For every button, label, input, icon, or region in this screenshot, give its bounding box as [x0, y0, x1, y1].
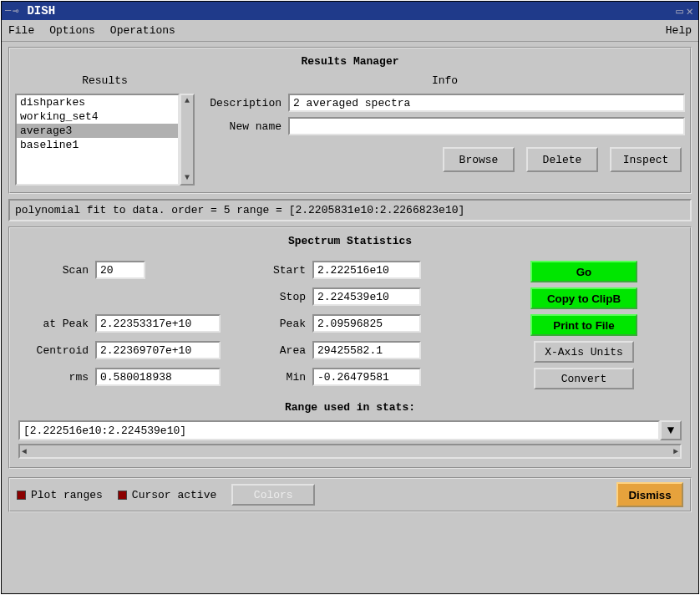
results-manager-panel: Results Manager Results dishparkes worki…: [8, 47, 692, 194]
window-title: DISH: [22, 4, 55, 18]
status-bar: polynomial fit to data. order = 5 range …: [8, 199, 692, 221]
dismiss-button[interactable]: Dismiss: [616, 482, 683, 507]
results-scrollbar[interactable]: ▲ ▼: [180, 94, 195, 186]
go-button[interactable]: Go: [530, 261, 637, 282]
plot-ranges-label: Plot ranges: [31, 489, 103, 501]
delete-button[interactable]: Delete: [526, 147, 598, 172]
centroid-input[interactable]: [95, 341, 221, 359]
start-label: Start: [256, 264, 312, 277]
area-label: Area: [256, 344, 312, 357]
scroll-right-icon[interactable]: ►: [673, 447, 678, 456]
description-input[interactable]: [288, 94, 685, 112]
range-title: Range used in stats:: [13, 401, 687, 414]
list-item[interactable]: working_set4: [17, 109, 178, 124]
cursor-active-label: Cursor active: [132, 489, 216, 501]
range-hscrollbar[interactable]: ◄ ►: [18, 444, 682, 459]
cursor-active-checkbox[interactable]: Cursor active: [118, 489, 216, 501]
chevron-down-icon: ▼: [667, 424, 674, 437]
scan-input[interactable]: [95, 261, 145, 279]
rms-input[interactable]: [95, 368, 221, 386]
inspect-button[interactable]: Inspect: [610, 147, 682, 172]
scan-label: Scan: [13, 264, 95, 277]
results-manager-title: Results Manager: [15, 52, 685, 74]
scroll-down-icon[interactable]: ▼: [185, 172, 190, 184]
newname-input[interactable]: [288, 117, 685, 135]
checkbox-icon: [118, 491, 127, 500]
menu-options[interactable]: Options: [49, 24, 95, 37]
range-input[interactable]: [18, 420, 660, 440]
scroll-left-icon[interactable]: ◄: [22, 447, 27, 456]
at-peak-input[interactable]: [95, 314, 221, 333]
menu-file[interactable]: File: [8, 24, 34, 37]
peak-label: Peak: [256, 318, 312, 330]
description-label: Description: [205, 97, 288, 109]
range-dropdown-button[interactable]: ▼: [660, 420, 682, 440]
start-input[interactable]: [312, 261, 421, 279]
print-file-button[interactable]: Print to File: [530, 314, 637, 336]
menubar: File Options Operations Help: [2, 20, 698, 42]
info-label: Info: [205, 74, 685, 94]
checkbox-icon: [17, 491, 26, 500]
rms-label: rms: [13, 371, 95, 384]
stop-label: Stop: [256, 291, 312, 303]
titlebar-dash-icon[interactable]: —: [5, 5, 11, 18]
convert-button[interactable]: Convert: [534, 368, 634, 389]
centroid-label: Centroid: [13, 344, 95, 357]
titlebar-pin-icon[interactable]: ⊸: [13, 5, 18, 18]
area-input[interactable]: [312, 341, 421, 359]
bottom-bar: Plot ranges Cursor active Colors Dismiss: [8, 477, 692, 512]
browse-button[interactable]: Browse: [443, 147, 515, 172]
list-item[interactable]: baseline1: [17, 138, 178, 152]
close-icon[interactable]: ✕: [687, 4, 693, 18]
min-label: Min: [256, 371, 312, 384]
results-listbox[interactable]: dishparkes working_set4 average3 baselin…: [15, 94, 180, 186]
titlebar-left-icons: — ⊸: [2, 5, 22, 18]
min-input[interactable]: [312, 368, 421, 386]
titlebar[interactable]: — ⊸ DISH ▭ ✕: [2, 2, 698, 20]
copy-clipb-button[interactable]: Copy to ClipB: [530, 287, 637, 309]
menu-operations[interactable]: Operations: [110, 24, 175, 37]
plot-ranges-checkbox[interactable]: Plot ranges: [17, 489, 103, 501]
results-label: Results: [15, 74, 195, 94]
menu-help[interactable]: Help: [666, 24, 692, 37]
peak-input[interactable]: [312, 314, 421, 333]
at-peak-label: at Peak: [13, 318, 95, 330]
colors-button: Colors: [231, 484, 315, 506]
spectrum-panel: Spectrum Statistics Scan at Peak Centroi…: [8, 226, 692, 469]
list-item[interactable]: dishparkes: [17, 95, 178, 109]
app-window: — ⊸ DISH ▭ ✕ File Options Operations Hel…: [1, 1, 699, 594]
stop-input[interactable]: [312, 287, 421, 306]
xaxis-units-button[interactable]: X-Axis Units: [534, 341, 634, 363]
list-item[interactable]: average3: [17, 124, 178, 138]
spectrum-title: Spectrum Statistics: [13, 235, 687, 247]
scroll-up-icon[interactable]: ▲: [185, 95, 190, 107]
newname-label: New name: [205, 120, 288, 133]
minimize-icon[interactable]: ▭: [676, 4, 682, 18]
